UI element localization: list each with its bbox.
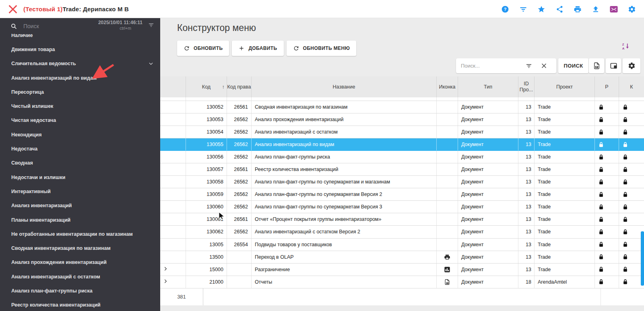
- sidebar-item-label: Недостача: [11, 146, 37, 152]
- table-row[interactable]: 13005526562Анализ инвентаризаций по вида…: [160, 138, 644, 151]
- chevron-down-icon[interactable]: [148, 61, 154, 66]
- cell-name: Сводная инвентаризация по магазинам: [252, 101, 437, 113]
- clear-search-icon[interactable]: [541, 62, 547, 69]
- sidebar-menu: НаличиеДвижения товараСличительная ведом…: [0, 28, 160, 311]
- sidebar-item[interactable]: Анализ прохождения инвентаризаций: [0, 255, 160, 270]
- sidebar-item[interactable]: Пересортица: [0, 85, 160, 99]
- chevron-right-icon[interactable]: [163, 278, 168, 285]
- column-header-p[interactable]: Р: [595, 76, 619, 97]
- upload-icon[interactable]: [592, 5, 600, 13]
- cell-rights-code: 26561: [227, 101, 252, 113]
- refresh-button[interactable]: ОБНОВИТЬ: [177, 41, 229, 56]
- table-row[interactable]: 13500Переход в OLAPДокумент13Trade: [160, 251, 644, 264]
- print-icon[interactable]: [574, 5, 582, 13]
- sidebar-item[interactable]: Сводная: [0, 156, 160, 170]
- share-icon[interactable]: [555, 5, 564, 13]
- sidebar-item[interactable]: Не отработанные инвентаризации по магази…: [0, 227, 160, 241]
- table-row[interactable]: 13006226562Анализ инвентаризаций с остат…: [160, 226, 644, 238]
- sidebar-item[interactable]: Недостачи и излишки: [0, 170, 160, 184]
- app-window: (Тестовый 1) Trade: Дерипаско М В ? 2025…: [0, 0, 644, 311]
- column-header-type[interactable]: Тип: [458, 76, 518, 97]
- sidebar-item[interactable]: Чистая недостача: [0, 113, 160, 128]
- table-search-input[interactable]: [461, 58, 527, 73]
- sidebar-item[interactable]: Сводная инвентаризация по магазинам: [0, 241, 160, 255]
- cell-icon: [437, 101, 458, 113]
- table-row[interactable]: 15000РазграничениеДокумент13Trade: [160, 264, 644, 276]
- lock-icon: [598, 117, 604, 123]
- cell-code: 130055: [186, 138, 227, 150]
- sidebar-item[interactable]: Интерактивный: [0, 184, 160, 198]
- vertical-scrollbar[interactable]: [641, 231, 644, 286]
- sidebar-item[interactable]: Движения товара: [0, 42, 160, 56]
- table-row[interactable]: 13006126561Отчет «Процент покрытия групп…: [160, 213, 644, 226]
- help-icon[interactable]: ?: [501, 5, 509, 13]
- add-button[interactable]: ДОБАВИТЬ: [232, 41, 283, 56]
- column-header-code[interactable]: Код↑: [186, 76, 227, 97]
- xls-file-icon: XLS: [444, 279, 450, 285]
- sort-alpha-desc-icon[interactable]: ZA: [622, 42, 630, 50]
- column-header-exp[interactable]: [160, 76, 186, 97]
- cell-icon: [437, 113, 458, 126]
- project-value: Trade: [538, 229, 551, 235]
- row-expander-cell[interactable]: [160, 276, 186, 288]
- row-expander-cell[interactable]: [160, 264, 186, 276]
- sidebar-item[interactable]: Недостача: [0, 142, 160, 156]
- star-icon[interactable]: [537, 5, 545, 13]
- column-header-project[interactable]: Проект: [535, 76, 595, 97]
- cell-icon: [437, 126, 458, 138]
- sidebar-filter-icon[interactable]: [148, 22, 154, 28]
- sidebar-search-input[interactable]: [23, 21, 76, 32]
- search-button[interactable]: ПОИСК: [558, 58, 588, 73]
- table-row[interactable]: 13005726561Реестр количества инвентариза…: [160, 163, 644, 176]
- cell-project: Trade: [535, 113, 595, 126]
- table-row[interactable]: 13005226561Сводная инвентаризация по маг…: [160, 101, 644, 113]
- table-row[interactable]: 13005926562Анализ план-факт-группы по су…: [160, 188, 644, 201]
- cell-read-permission: [595, 113, 619, 126]
- sidebar-item[interactable]: Планы инвентаризаций: [0, 213, 160, 227]
- export-file-button[interactable]: [589, 58, 604, 73]
- sidebar-item[interactable]: Сличительная ведомость: [0, 57, 160, 71]
- cell-rights-code: [227, 251, 252, 263]
- table-row[interactable]: 13006026562Анализ план-факт-группы по су…: [160, 201, 644, 213]
- close-icon[interactable]: [7, 4, 19, 15]
- table-row[interactable]: 13005326562Анализ прохождения инвентариз…: [160, 113, 644, 126]
- table-row[interactable]: 21000ОтчетыXLSДокумент18ArendaAmtel: [160, 276, 644, 288]
- sidebar-item[interactable]: Реестр количества инвентаризаций: [0, 298, 160, 311]
- layout-button[interactable]: [606, 58, 621, 73]
- cell-project: Trade: [535, 163, 595, 175]
- sidebar-item[interactable]: Чистый излишек: [0, 99, 160, 113]
- app-title-main: Trade: Дерипаско М В: [62, 6, 129, 12]
- name-value: Анализ прохождения инвентаризаций: [255, 117, 343, 122]
- sidebar-item[interactable]: Некондиция: [0, 128, 160, 142]
- table-row[interactable]: 13005826562Анализ план-факт-группы по су…: [160, 176, 644, 188]
- lock-icon: [598, 229, 604, 235]
- column-header-rights[interactable]: Код права: [227, 76, 252, 97]
- table-row[interactable]: 1300526554Подвиды товаров у поставщиковД…: [160, 239, 644, 251]
- type-value: Документ: [461, 279, 483, 285]
- sidebar-item-label: Интерактивный: [11, 189, 51, 194]
- project-value: Trade: [538, 129, 551, 135]
- column-header-id[interactable]: ID Про...: [518, 76, 535, 97]
- search-filter-icon[interactable]: [526, 63, 532, 69]
- table-settings-button[interactable]: [623, 58, 640, 73]
- cell-code: 13005: [186, 239, 227, 251]
- column-header-name[interactable]: Название: [252, 76, 437, 97]
- cell-icon: [437, 163, 458, 175]
- sidebar-item[interactable]: Анализ план-факт-группы риска: [0, 284, 160, 298]
- column-header-icon[interactable]: Иконка: [437, 76, 458, 97]
- sidebar-item[interactable]: Анализ инвентаризаций по видам: [0, 71, 160, 85]
- name-value: Анализ план-факт-группы по супермаркетам…: [255, 179, 390, 185]
- chevron-right-icon[interactable]: [163, 266, 168, 273]
- sidebar-item[interactable]: Анализ инвентаризаций с остатком: [0, 270, 160, 284]
- table-row[interactable]: 13005426562Анализ инвентаризаций с остат…: [160, 126, 644, 138]
- cell-icon: [437, 201, 458, 213]
- filter-icon[interactable]: [519, 5, 527, 13]
- project-id-value: 13: [526, 192, 531, 197]
- table-row[interactable]: 13005626562Анализ план-факт-группы риска…: [160, 151, 644, 163]
- mail-icon[interactable]: [610, 5, 618, 13]
- rights-code-value: 26562: [234, 229, 248, 235]
- column-header-k[interactable]: К: [619, 76, 644, 97]
- sidebar-item[interactable]: Анализ инвентаризаций: [0, 199, 160, 213]
- settings-icon[interactable]: [628, 5, 636, 13]
- refresh-menu-button[interactable]: ОБНОВИТЬ МЕНЮ: [287, 41, 357, 56]
